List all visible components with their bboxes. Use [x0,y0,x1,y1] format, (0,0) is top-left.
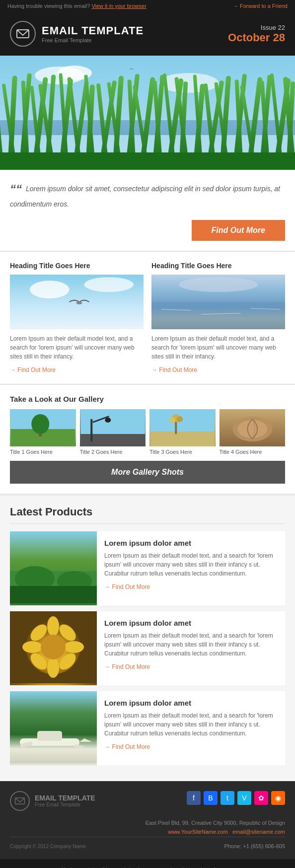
svg-rect-51 [0,152,295,170]
latest-products-section: Latest Products Lorem ipsum dolor a [0,496,295,781]
find-out-more-button[interactable]: Find Out More [192,220,285,241]
hero-image [0,56,295,170]
product-body-3: Lorem Ipsum as their default model text,… [104,711,278,738]
footer-logo-icon [10,791,30,811]
product-content-1: Lorem ipsum dolor amet Lorem Ipsum as th… [97,531,285,605]
gallery-title-3: Title 3 Goes Here [149,449,216,455]
svg-point-75 [169,417,175,423]
svg-point-54 [84,277,134,292]
product-image-1 [10,531,97,605]
svg-point-95 [41,635,66,659]
footer-brand: EMAIL TEMPLATE [35,794,95,802]
gallery-thumb-3 [149,409,216,446]
brand-tagline: Free Email Template [42,37,144,43]
col2-body: Lorem Ipsum as their default model text,… [151,334,285,361]
svg-point-57 [179,277,258,292]
product-item-1: Lorem ipsum dolor amet Lorem Ipsum as th… [10,531,285,605]
more-gallery-button[interactable]: More Gallery Shots [10,461,285,484]
two-column-section: Heading Title Goes Here Lorem [0,252,295,384]
svg-point-65 [31,414,49,434]
svg-rect-72 [150,432,215,446]
col2-heading: Heading Title Goes Here [151,262,285,270]
phone-text: Phone: +1 (655) 606-605 [224,843,285,849]
svg-rect-68 [90,419,92,441]
col1-link[interactable]: Find Out More [10,366,56,373]
copyright-text: Copyright © 2012 Company Name [10,844,86,849]
svg-point-89 [22,641,42,653]
social-icons: f B t V ✿ ◉ [187,791,285,805]
find-out-section: Find Out More [0,215,295,251]
view-in-browser-link[interactable]: View it in your browser [91,3,146,9]
svg-point-87 [47,616,59,636]
footer-website-link[interactable]: www.YourSiteName.com [168,829,228,835]
twitter-icon[interactable]: t [221,791,234,805]
email-footer: EMAIL TEMPLATE Free Email Template f B t… [0,781,295,859]
rss-icon[interactable]: ◉ [271,791,285,805]
bottom-bar-text: You're receiving this newsletter because… [10,865,285,868]
product-image-3 [10,691,97,765]
vimeo-icon[interactable]: V [237,791,251,805]
footer-top: EMAIL TEMPLATE Free Email Template f B t… [10,791,285,811]
behance-icon[interactable]: B [204,791,218,805]
gallery-section: Take a Look at Our Gallery Title 1 Goes … [0,385,295,494]
gallery-title-1: Title 1 Goes Here [10,449,76,455]
svg-rect-96 [10,691,97,763]
bottom-bar: You're receiving this newsletter because… [0,859,295,868]
quote-text: Lorem ipsum dolor sit amet, consectetur … [10,180,285,210]
product-link-3[interactable]: Find Out More [104,743,150,750]
product-image-2 [10,611,97,685]
product-item-2: Lorem ipsum dolor amet Lorem Ipsum as th… [10,611,285,685]
column-1: Heading Title Goes Here Lorem [10,262,144,374]
svg-point-90 [64,641,84,653]
issue-date: October 28 [228,31,285,44]
product-link-1[interactable]: Find Out More [104,583,150,590]
svg-point-53 [30,281,70,298]
gallery-item-3: Title 3 Goes Here [149,409,216,455]
gallery-grid: Title 1 Goes Here Title 2 Goes Here [10,409,285,455]
svg-point-76 [177,416,183,422]
column-2: Heading Title Goes Here [151,262,285,374]
svg-rect-58 [151,302,285,329]
gallery-thumb-1 [10,409,76,446]
product-item-3: Lorem ipsum dolor amet Lorem Ipsum as th… [10,691,285,765]
footer-logo: EMAIL TEMPLATE Free Email Template [10,791,95,811]
svg-rect-67 [80,434,145,446]
footer-contact: www.YourSiteName.com email@sitename.com [10,827,285,837]
svg-point-79 [237,420,267,438]
header-right: Issue 22 October 28 [228,24,285,44]
gallery-item-1: Title 1 Goes Here [10,409,76,455]
footer-address-text: East Pixel Bld, 99, Creative City 9000, … [10,818,285,828]
email-header: EMAIL TEMPLATE Free Email Template Issue… [0,12,295,56]
flickr-icon[interactable]: ✿ [254,791,268,805]
gallery-heading: Take a Look at Our Gallery [10,395,285,403]
col2-image [151,275,285,329]
facebook-icon[interactable]: f [187,791,201,805]
forward-link[interactable]: → Forward to a Friend [233,3,288,9]
svg-point-88 [47,658,59,678]
logo-icon [10,21,36,47]
gallery-item-2: Title 2 Goes Here [80,409,146,455]
col1-body: Lorem Ipsum as their default model text,… [10,334,144,361]
product-title-1: Lorem ipsum dolor amet [104,539,278,547]
gallery-thumb-2 [80,409,146,446]
gallery-thumb-4 [220,409,286,446]
header-text: EMAIL TEMPLATE Free Email Template [42,24,144,43]
product-title-3: Lorem ipsum dolor amet [104,699,278,707]
product-content-2: Lorem ipsum dolor amet Lorem Ipsum as th… [97,611,285,685]
gallery-title-2: Title 2 Goes Here [80,449,146,455]
svg-point-55 [76,301,82,304]
footer-email-link[interactable]: email@sitename.com [232,829,285,835]
issue-number: Issue 22 [228,24,285,31]
col2-link[interactable]: Find Out More [151,366,197,373]
quote-section: Lorem ipsum dolor sit amet, consectetur … [0,170,295,215]
product-link-2[interactable]: Find Out More [104,663,150,670]
product-title-2: Lorem ipsum dolor amet [104,619,278,627]
header-left: EMAIL TEMPLATE Free Email Template [10,21,144,47]
top-bar: Having trouble viewing this email? View … [0,0,295,12]
footer-bottom: Copyright © 2012 Company Name Phone: +1 … [10,837,285,849]
svg-point-70 [105,418,111,423]
col1-image [10,275,144,329]
svg-rect-84 [10,586,97,603]
footer-address: East Pixel Bld, 99, Creative City 9000, … [10,818,285,837]
hero-svg [0,56,295,170]
